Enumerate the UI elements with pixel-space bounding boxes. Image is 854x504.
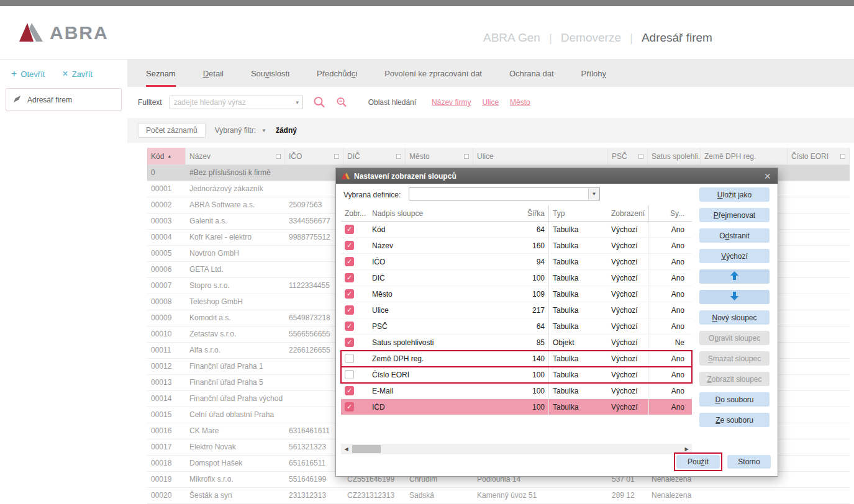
dialog-abra-icon bbox=[342, 171, 350, 182]
tab-seznam[interactable]: Seznam bbox=[146, 60, 176, 87]
column-header-ulice[interactable]: Ulice bbox=[473, 148, 608, 164]
visible-checkbox[interactable]: ✓ bbox=[345, 257, 354, 266]
grid-row-e-mail[interactable]: ✓E-Mail100TabulkaVýchozíAno bbox=[341, 383, 692, 399]
apply-button[interactable]: Použít bbox=[676, 455, 720, 469]
filter-icon[interactable] bbox=[638, 154, 643, 159]
scrollbar-thumb[interactable] bbox=[352, 445, 381, 453]
visible-checkbox[interactable]: ✓ bbox=[345, 322, 354, 331]
search-in-results-icon[interactable] bbox=[335, 96, 348, 109]
up-arrow-button[interactable] bbox=[699, 269, 770, 284]
grid-row-satus-spolehlivosti[interactable]: ✓Satus spolehlivosti85ObjektVýchozíNe bbox=[341, 335, 692, 351]
filter-icon[interactable] bbox=[396, 154, 401, 159]
filter-icon[interactable] bbox=[464, 154, 469, 159]
filter-icon[interactable] bbox=[276, 154, 281, 159]
vychozi-button[interactable]: Výchozí bbox=[699, 249, 770, 263]
opravit-sloupec-button[interactable]: Opravit sloupec bbox=[699, 331, 770, 345]
grid-header-4[interactable]: Zobrazení bbox=[607, 205, 649, 221]
visible-checkbox[interactable] bbox=[345, 354, 354, 363]
chevron-down-icon[interactable]: ▼ bbox=[293, 100, 302, 106]
odstranit-button[interactable]: Odstranit bbox=[699, 228, 770, 243]
visible-checkbox[interactable]: ✓ bbox=[345, 402, 354, 412]
grid-header-5[interactable]: Sy... bbox=[649, 209, 692, 218]
scroll-left-icon[interactable]: ◀ bbox=[341, 444, 352, 454]
column-header-psc[interactable]: PSČ bbox=[608, 148, 648, 164]
novy-sloupec-button[interactable]: Nový sloupec bbox=[699, 310, 770, 325]
grid-row-kod[interactable]: ✓Kód64TabulkaVýchozíAno bbox=[341, 222, 692, 238]
visible-checkbox[interactable]: ✓ bbox=[345, 289, 354, 299]
definition-combobox[interactable]: ▼ bbox=[409, 187, 600, 200]
close-button[interactable]: × Zavřít bbox=[62, 69, 93, 79]
grid-row-nazev[interactable]: ✓Název160TabulkaVýchozíAno bbox=[341, 238, 692, 254]
definition-label: Vybraná definice: bbox=[343, 191, 401, 199]
grid-header-0[interactable]: Zobr... bbox=[341, 209, 368, 218]
tab-predchudci[interactable]: Předchůdci bbox=[317, 60, 357, 87]
grid-row-dic[interactable]: ✓DIČ100TabulkaVýchozíAno bbox=[341, 270, 692, 286]
record-count-button[interactable]: Počet záznamů bbox=[138, 123, 206, 138]
grid-row-ico[interactable]: ✓IČO94TabulkaVýchozíAno bbox=[341, 254, 692, 270]
tab-detail[interactable]: Detail bbox=[203, 60, 224, 87]
grid-row-mesto[interactable]: ✓Město109TabulkaVýchozíAno bbox=[341, 286, 692, 302]
filter-icon[interactable] bbox=[334, 154, 339, 159]
grid-header-2[interactable]: Šířka bbox=[525, 205, 549, 221]
grid-header-1[interactable]: Nadpis sloupce bbox=[368, 209, 525, 218]
prejmenovat-button[interactable]: Přejmenovat bbox=[699, 208, 770, 222]
grid-row-psc[interactable]: ✓PSČ64TabulkaVýchozíAno bbox=[341, 318, 692, 335]
horizontal-scrollbar[interactable]: ◀ ▶ bbox=[341, 444, 692, 454]
column-header-zeme-dph-reg[interactable]: Země DPH reg. bbox=[701, 148, 788, 164]
column-header-nazev[interactable]: Název bbox=[186, 148, 285, 164]
tab-prilohy[interactable]: Přílohy bbox=[581, 60, 606, 87]
fulltext-label: Fulltext bbox=[138, 98, 162, 107]
visible-checkbox[interactable]: ✓ bbox=[345, 338, 354, 347]
selected-filter-dropdown[interactable]: Vybraný filtr: ▼ bbox=[215, 126, 266, 135]
search-icon[interactable] bbox=[312, 96, 326, 109]
grid-row-ulice[interactable]: ✓Ulice217TabulkaVýchozíAno bbox=[341, 302, 692, 318]
table-row[interactable]: 00020Šesták a syn231312313CZ231312313Sad… bbox=[147, 488, 850, 504]
search-input[interactable] bbox=[170, 98, 293, 107]
open-button[interactable]: + Otevřít bbox=[11, 69, 45, 79]
column-header-dic[interactable]: DIČ bbox=[343, 148, 406, 164]
sort-asc-icon: ▲ bbox=[167, 154, 171, 158]
ulozit-jako-button[interactable]: Uložit jako bbox=[699, 187, 770, 202]
do-souboru-button[interactable]: Do souboru bbox=[699, 392, 770, 407]
column-header-ico[interactable]: IČO bbox=[285, 148, 343, 164]
selected-filter-value: žádný bbox=[276, 126, 297, 135]
cancel-button[interactable]: Storno bbox=[727, 455, 771, 469]
visible-checkbox[interactable]: ✓ bbox=[345, 305, 354, 315]
grid-row-cislo-eori[interactable]: Číslo EORI100TabulkaVýchozíAno bbox=[341, 367, 692, 383]
filter-icon[interactable] bbox=[840, 154, 845, 159]
search-scope-links: Název firmyUliceMěsto bbox=[432, 98, 530, 107]
grid-row-icd[interactable]: ✓IČD100TabulkaVýchozíAno bbox=[341, 399, 692, 415]
header-title: ABRA Gen | Demoverze | Adresář firem bbox=[483, 31, 712, 45]
grid-row-zeme-dph-reg[interactable]: Země DPH reg.140TabulkaVýchozíAno bbox=[341, 351, 692, 367]
visible-checkbox[interactable]: ✓ bbox=[345, 273, 354, 282]
sidebar-item-adresar-firem[interactable]: Adresář firem bbox=[6, 88, 122, 111]
visible-checkbox[interactable]: ✓ bbox=[345, 241, 354, 250]
column-header-satus-spolehli[interactable]: Satus spolehli... bbox=[648, 148, 701, 164]
dialog-title-bar[interactable]: Nastavení zobrazení sloupců × bbox=[336, 168, 778, 184]
grid-header-3[interactable]: Typ bbox=[549, 209, 607, 218]
visible-checkbox[interactable]: ✓ bbox=[345, 225, 354, 234]
column-header-cislo-eori[interactable]: Číslo EORI bbox=[788, 148, 850, 164]
pencil-icon bbox=[12, 94, 22, 106]
tab-povoleni-ke-zpracovani-dat[interactable]: Povolení ke zpracování dat bbox=[384, 60, 482, 87]
window-top-strip bbox=[0, 0, 854, 6]
column-header-mesto[interactable]: Město bbox=[406, 148, 473, 164]
open-button-label: Otevřít bbox=[20, 70, 45, 79]
scope-link-ulice[interactable]: Ulice bbox=[482, 98, 499, 107]
down-arrow-button[interactable] bbox=[699, 290, 770, 304]
smazat-sloupec-button[interactable]: Smazat sloupec bbox=[699, 351, 770, 366]
close-icon[interactable]: × bbox=[764, 171, 771, 182]
tab-souvislosti[interactable]: Souvislosti bbox=[251, 60, 289, 87]
scope-link-mesto[interactable]: Město bbox=[510, 98, 530, 107]
app-mode: Demoverze bbox=[561, 31, 621, 45]
column-header-kod[interactable]: Kód▲ bbox=[147, 148, 186, 164]
visible-checkbox[interactable]: ✓ bbox=[345, 386, 354, 395]
search-input-wrap: ▼ bbox=[170, 96, 303, 109]
chevron-down-icon[interactable]: ▼ bbox=[588, 188, 599, 200]
tab-ochrana-dat[interactable]: Ochrana dat bbox=[509, 60, 554, 87]
zobrazit-sloupec-button[interactable]: Zobrazit sloupec bbox=[699, 372, 770, 386]
ze-souboru-button[interactable]: Ze souboru bbox=[699, 413, 770, 427]
search-scope-label: Oblast hledání bbox=[368, 98, 416, 107]
scope-link-nazev-firmy[interactable]: Název firmy bbox=[432, 98, 471, 107]
visible-checkbox[interactable] bbox=[345, 370, 354, 379]
